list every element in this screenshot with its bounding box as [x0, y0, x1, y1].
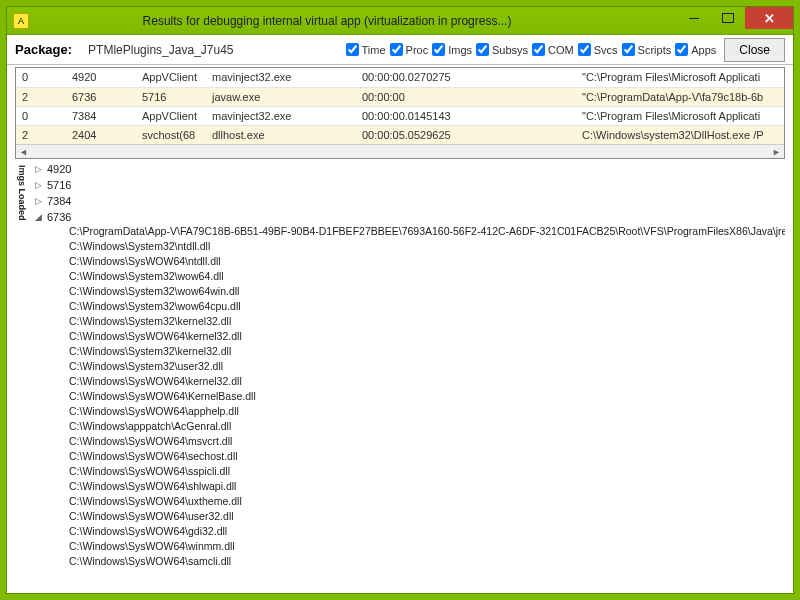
expand-icon[interactable]: ▷	[33, 164, 43, 174]
window-title: Results for debugging internal virtual a…	[37, 14, 677, 28]
tree-node-expanded[interactable]: ◢6736	[33, 209, 785, 225]
tree-leaf[interactable]: C:\Windows\SysWOW64\sechost.dll	[69, 450, 785, 465]
scroll-right-icon[interactable]: ►	[772, 147, 781, 157]
window-close-button[interactable]: ✕	[745, 7, 793, 29]
horizontal-scrollbar[interactable]: ◄ ►	[16, 144, 784, 158]
filter-label: Svcs	[594, 44, 618, 56]
tree-leaf[interactable]: C:\Windows\SysWOW64\kernel32.dll	[69, 330, 785, 345]
filter-label: COM	[548, 44, 574, 56]
tree-leaf[interactable]: C:\Windows\SysWOW64\msvcrt.dll	[69, 435, 785, 450]
table-cell: 7384	[66, 106, 136, 125]
tree-leaf[interactable]: C:\Windows\System32\kernel32.dll	[69, 315, 785, 330]
filter-checkbox[interactable]	[532, 43, 545, 56]
table-row[interactable]: 22404svchost(68dllhost.exe00:00:05.05296…	[16, 125, 784, 144]
filter-checkbox[interactable]	[476, 43, 489, 56]
filter-checkbox[interactable]	[622, 43, 635, 56]
toolbar: Package: PTMlePlugins_Java_J7u45 TimePro…	[7, 35, 793, 65]
app-window: A Results for debugging internal virtual…	[6, 6, 794, 594]
filter-scripts[interactable]: Scripts	[622, 43, 672, 56]
process-grid[interactable]: 04920AppVClientmavinject32.exe00:00:00.0…	[15, 67, 785, 159]
filter-svcs[interactable]: Svcs	[578, 43, 618, 56]
table-cell: 4920	[66, 68, 136, 87]
table-cell: mavinject32.exe	[206, 106, 356, 125]
tree-leaf[interactable]: C:\Windows\SysWOW64\shlwapi.dll	[69, 480, 785, 495]
tree-leaf[interactable]: C:\Windows\System32\user32.dll	[69, 360, 785, 375]
table-cell: 2404	[66, 125, 136, 144]
filter-imgs[interactable]: Imgs	[432, 43, 472, 56]
filter-checkbox[interactable]	[432, 43, 445, 56]
tree-node[interactable]: ▷4920	[33, 161, 785, 177]
table-cell: AppVClient	[136, 106, 206, 125]
tree-leaf[interactable]: C:\Windows\SysWOW64\KernelBase.dll	[69, 390, 785, 405]
filter-label: Time	[362, 44, 386, 56]
table-cell: C:\Windows\system32\DllHost.exe /P	[576, 125, 784, 144]
tree-leaf[interactable]: C:\Windows\System32\kernel32.dll	[69, 345, 785, 360]
maximize-button[interactable]	[711, 7, 745, 29]
titlebar[interactable]: A Results for debugging internal virtual…	[7, 7, 793, 35]
filter-apps[interactable]: Apps	[675, 43, 716, 56]
filter-label: Proc	[406, 44, 429, 56]
filter-com[interactable]: COM	[532, 43, 574, 56]
tree-children: C:\ProgramData\App-V\FA79C18B-6B51-49BF-…	[33, 225, 785, 570]
scroll-left-icon[interactable]: ◄	[19, 147, 28, 157]
filter-label: Subsys	[492, 44, 528, 56]
table-cell: AppVClient	[136, 68, 206, 87]
expand-icon[interactable]: ▷	[33, 180, 43, 190]
filter-label: Imgs	[448, 44, 472, 56]
minimize-button[interactable]	[677, 7, 711, 29]
tree-leaf[interactable]: C:\Windows\SysWOW64\kernel32.dll	[69, 375, 785, 390]
table-cell: 0	[16, 68, 66, 87]
tree-leaf[interactable]: C:\Windows\SysWOW64\sspicli.dll	[69, 465, 785, 480]
tree-leaf[interactable]: C:\Windows\SysWOW64\gdi32.dll	[69, 525, 785, 540]
tree-leaf[interactable]: C:\Windows\System32\wow64cpu.dll	[69, 300, 785, 315]
table-cell: dllhost.exe	[206, 125, 356, 144]
tree-leaf[interactable]: C:\Windows\SysWOW64\user32.dll	[69, 510, 785, 525]
table-row[interactable]: 07384AppVClientmavinject32.exe00:00:00.0…	[16, 106, 784, 125]
table-cell: svchost(68	[136, 125, 206, 144]
table-cell: "C:\ProgramData\App-V\fa79c18b-6b	[576, 87, 784, 106]
tree-node-label: 6736	[47, 211, 71, 223]
table-row[interactable]: 267365716javaw.exe00:00:00"C:\ProgramDat…	[16, 87, 784, 106]
tree-leaf[interactable]: C:\Windows\SysWOW64\uxtheme.dll	[69, 495, 785, 510]
tree-leaf[interactable]: C:\Windows\System32\ntdll.dll	[69, 240, 785, 255]
tree-leaf[interactable]: C:\Windows\SysWOW64\winmm.dll	[69, 540, 785, 555]
table-cell: javaw.exe	[206, 87, 356, 106]
tree-leaf[interactable]: C:\ProgramData\App-V\FA79C18B-6B51-49BF-…	[69, 225, 785, 240]
tree-leaf[interactable]: C:\Windows\SysWOW64\ntdll.dll	[69, 255, 785, 270]
filter-checkbox[interactable]	[675, 43, 688, 56]
table-cell: mavinject32.exe	[206, 68, 356, 87]
close-button[interactable]: Close	[724, 38, 785, 62]
tree-node[interactable]: ▷5716	[33, 177, 785, 193]
filter-checkbox[interactable]	[346, 43, 359, 56]
collapse-icon[interactable]: ◢	[33, 212, 43, 222]
tree-leaf[interactable]: C:\Windows\System32\wow64win.dll	[69, 285, 785, 300]
tree-node-label: 7384	[47, 195, 71, 207]
filter-subsys[interactable]: Subsys	[476, 43, 528, 56]
table-cell: "C:\Program Files\Microsoft Applicati	[576, 68, 784, 87]
filter-proc[interactable]: Proc	[390, 43, 429, 56]
app-icon: A	[13, 13, 29, 29]
filter-checkbox[interactable]	[578, 43, 591, 56]
table-cell: 00:00:00	[356, 87, 576, 106]
images-tree[interactable]: ▷4920▷5716▷7384◢6736C:\ProgramData\App-V…	[29, 161, 785, 585]
images-loaded-label: Imgs Loaded	[15, 161, 29, 585]
table-cell: 6736	[66, 87, 136, 106]
table-cell: "C:\Program Files\Microsoft Applicati	[576, 106, 784, 125]
filter-checkbox[interactable]	[390, 43, 403, 56]
table-row[interactable]: 04920AppVClientmavinject32.exe00:00:00.0…	[16, 68, 784, 87]
tree-leaf[interactable]: C:\Windows\apppatch\AcGenral.dll	[69, 420, 785, 435]
table-cell: 2	[16, 87, 66, 106]
filter-label: Scripts	[638, 44, 672, 56]
filter-time[interactable]: Time	[346, 43, 386, 56]
table-cell: 2	[16, 125, 66, 144]
table-cell: 0	[16, 106, 66, 125]
table-cell: 00:00:05.0529625	[356, 125, 576, 144]
expand-icon[interactable]: ▷	[33, 196, 43, 206]
tree-leaf[interactable]: C:\Windows\SysWOW64\samcli.dll	[69, 555, 785, 570]
tree-node[interactable]: ▷7384	[33, 193, 785, 209]
package-label: Package:	[15, 42, 72, 57]
tree-node-label: 4920	[47, 163, 71, 175]
tree-leaf[interactable]: C:\Windows\System32\wow64.dll	[69, 270, 785, 285]
tree-leaf[interactable]: C:\Windows\SysWOW64\apphelp.dll	[69, 405, 785, 420]
content-area: 04920AppVClientmavinject32.exe00:00:00.0…	[7, 65, 793, 593]
